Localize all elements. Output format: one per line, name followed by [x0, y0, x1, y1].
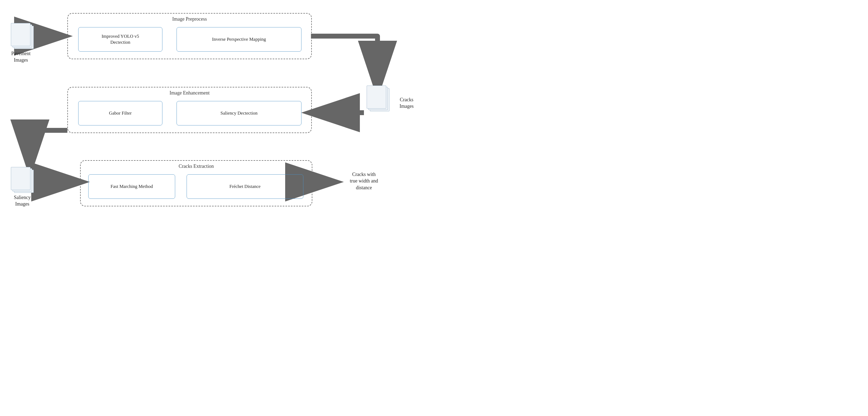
cracks-extraction-title: Cracks Extraction: [179, 163, 214, 169]
frechet-distance-box: Fréchet Distance: [187, 174, 303, 199]
saliency-detection-box: Saliency Dectection: [177, 101, 302, 125]
saliency-images-icon: [11, 167, 33, 191]
image-preprocess-box: Image Preprocess Improved YOLO v5 Dectec…: [67, 13, 312, 59]
pavement-images-label: Pavement Images: [6, 50, 36, 64]
saliency-images-label: Saliency Images: [6, 194, 38, 207]
inverse-perspective-box: Inverse Perspective Mapping: [177, 27, 302, 52]
main-diagram: Pavement Images Image Preprocess Improve…: [0, 0, 434, 208]
pavement-images-icon: [11, 23, 33, 47]
fast-marching-box: Fast Marching Method: [88, 174, 175, 199]
cracks-images-label: Cracks Images: [389, 96, 424, 110]
cracks-extraction-box: Cracks Extraction Fast Marching Method F…: [80, 160, 312, 206]
image-enhancement-title: Image Enhancement: [169, 90, 209, 96]
cracks-images-icon: [367, 86, 389, 110]
image-enhancement-box: Image Enhancement Gabor Filter Saliency …: [67, 87, 312, 133]
svg-marker-6: [45, 32, 58, 40]
output-label: Cracks with true width and distance: [337, 171, 391, 191]
gabor-filter-box: Gabor Filter: [78, 101, 162, 125]
image-preprocess-title: Image Preprocess: [172, 16, 207, 22]
yolo-detection-box: Improved YOLO v5 Dectection: [78, 27, 162, 52]
